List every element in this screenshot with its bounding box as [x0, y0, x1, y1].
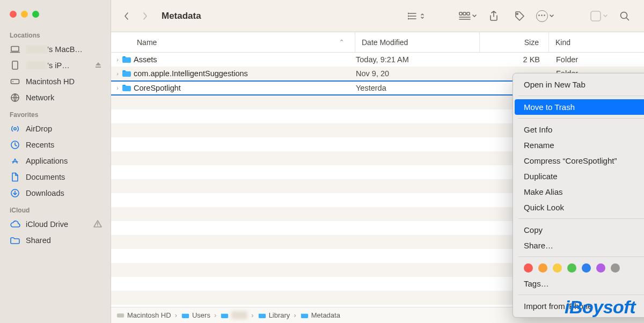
airdrop-icon — [10, 123, 20, 134]
eject-icon[interactable] — [94, 61, 102, 70]
more-icon — [536, 10, 548, 22]
group-by-button[interactable] — [458, 8, 478, 24]
action-menu-button[interactable] — [536, 8, 555, 24]
menu-duplicate[interactable]: Duplicate — [513, 168, 644, 184]
chevron-down-icon — [549, 13, 554, 19]
tag-orange[interactable] — [538, 263, 547, 273]
disclosure-triangle-icon[interactable]: › — [111, 56, 121, 63]
zoom-window-button[interactable] — [32, 11, 39, 18]
menu-compress[interactable]: Compress “CoreSpotlight” — [513, 153, 644, 168]
breadcrumb[interactable]: xxxx› — [221, 311, 254, 319]
svg-point-6 — [14, 128, 16, 130]
tag-purple[interactable] — [596, 263, 605, 273]
menu-move-to-trash[interactable]: Move to Trash — [515, 99, 644, 115]
menu-make-alias[interactable]: Make Alias — [513, 184, 644, 200]
search-button[interactable] — [615, 8, 634, 24]
appstore-icon — [10, 156, 20, 166]
tag-yellow[interactable] — [553, 263, 562, 273]
sidebar-section-favorites: Favorites — [0, 106, 111, 121]
breadcrumb[interactable]: Library› — [258, 311, 297, 319]
minimize-window-button[interactable] — [21, 11, 28, 18]
finder-main: Metadata — [111, 0, 644, 323]
svg-point-18 — [621, 12, 627, 18]
tag-gray[interactable] — [611, 263, 620, 273]
svg-point-4 — [12, 81, 13, 82]
svg-rect-17 — [591, 11, 601, 21]
tag-blue[interactable] — [582, 263, 591, 273]
column-header: Name ⌃ Date Modified Size Kind — [111, 32, 644, 53]
sidebar-item-shared[interactable]: Shared — [0, 232, 111, 248]
finder-toolbar: Metadata — [111, 0, 644, 32]
disclosure-triangle-icon[interactable]: › — [111, 70, 121, 77]
menu-open-new-tab[interactable]: Open in New Tab — [513, 77, 644, 92]
watermark: iBoysoft — [565, 297, 635, 318]
menu-get-info[interactable]: Get Info — [513, 122, 644, 137]
svg-point-16 — [517, 13, 518, 14]
breadcrumb[interactable]: Macintosh HD› — [116, 311, 178, 319]
col-size[interactable]: Size — [480, 32, 549, 52]
share-button[interactable] — [484, 8, 503, 24]
download-icon — [10, 188, 20, 199]
shared-folder-icon — [10, 235, 20, 246]
file-row[interactable]: › Assets Today, 9:21 AM 2 KB Folder — [111, 53, 644, 67]
sidebar-item-documents[interactable]: Documents — [0, 169, 111, 185]
menu-tag-colors — [513, 260, 644, 276]
col-name[interactable]: Name ⌃ — [111, 32, 355, 52]
col-kind[interactable]: Kind — [549, 32, 644, 52]
laptop-icon — [10, 44, 20, 55]
sidebar-item-recents[interactable]: Recents — [0, 137, 111, 153]
finder-sidebar: Locations xxxxx's MacB… xxxxx's iP… Maci… — [0, 0, 111, 323]
nav-forward-button[interactable] — [139, 8, 151, 24]
breadcrumb[interactable]: Users› — [181, 311, 217, 319]
col-date-modified[interactable]: Date Modified — [355, 32, 480, 52]
warning-icon — [93, 220, 102, 229]
view-mode-button[interactable] — [407, 8, 426, 24]
sidebar-item-network[interactable]: Network — [0, 90, 111, 106]
svg-rect-15 — [467, 12, 470, 15]
hdd-icon — [10, 76, 20, 87]
sidebar-section-icloud: iCloud — [0, 201, 111, 216]
menu-separator — [518, 218, 644, 219]
nav-back-button[interactable] — [121, 8, 133, 24]
menu-share[interactable]: Share… — [513, 238, 644, 253]
svg-rect-13 — [459, 12, 462, 15]
globe-icon — [10, 92, 20, 103]
folder-icon — [121, 55, 133, 64]
window-title: Metadata — [162, 11, 201, 21]
svg-rect-0 — [11, 47, 19, 52]
sidebar-item-icloud-drive[interactable]: iCloud Drive — [0, 216, 111, 232]
doc-icon — [10, 172, 20, 182]
finder-extension-button[interactable] — [589, 8, 609, 24]
menu-rename[interactable]: Rename — [513, 137, 644, 153]
close-window-button[interactable] — [10, 11, 17, 18]
menu-copy[interactable]: Copy — [513, 222, 644, 238]
context-menu: Open in New Tab Move to Trash Get Info R… — [513, 73, 644, 318]
sidebar-item-airdrop[interactable]: AirDrop — [0, 121, 111, 137]
menu-quick-look[interactable]: Quick Look — [513, 200, 644, 215]
chevron-down-icon — [472, 13, 477, 19]
sidebar-item-macintosh-hd[interactable]: Macintosh HD — [0, 74, 111, 90]
menu-separator — [518, 118, 644, 119]
clock-icon — [10, 140, 20, 150]
chevrons-icon — [420, 12, 425, 20]
folder-icon — [121, 69, 133, 78]
sort-asc-icon: ⌃ — [339, 39, 348, 46]
svg-rect-1 — [12, 61, 18, 69]
tag-button[interactable] — [510, 8, 529, 24]
menu-separator — [518, 256, 644, 257]
disclosure-triangle-icon[interactable]: › — [111, 85, 121, 91]
ipad-icon — [10, 60, 20, 71]
tag-green[interactable] — [567, 263, 576, 273]
sidebar-item-downloads[interactable]: Downloads — [0, 185, 111, 201]
breadcrumb[interactable]: Metadata — [301, 311, 340, 319]
svg-point-10 — [408, 13, 409, 14]
traffic-lights — [0, 3, 111, 26]
sidebar-item-macbook[interactable]: xxxxx's MacB… — [0, 41, 111, 57]
chevron-down-icon — [603, 13, 608, 19]
menu-tags[interactable]: Tags… — [513, 276, 644, 291]
svg-rect-2 — [96, 67, 101, 68]
svg-point-12 — [408, 18, 409, 19]
tag-red[interactable] — [524, 263, 533, 273]
sidebar-item-applications[interactable]: Applications — [0, 153, 111, 169]
sidebar-item-ipad[interactable]: xxxxx's iP… — [0, 57, 111, 74]
